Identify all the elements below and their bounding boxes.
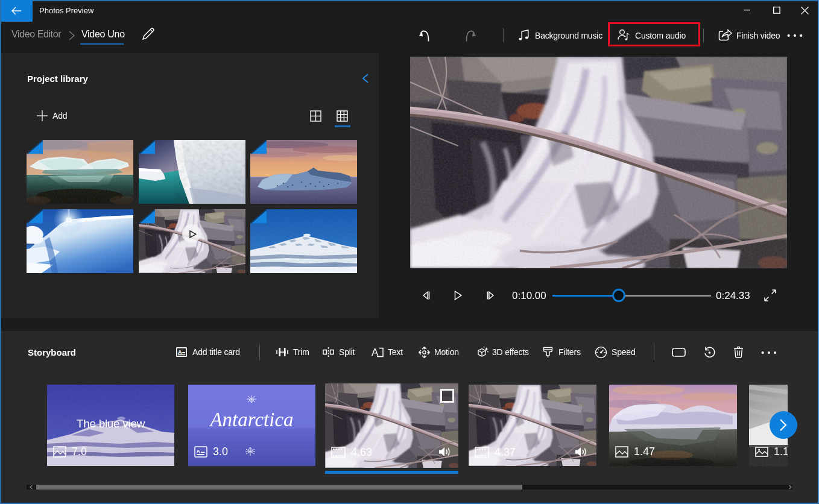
svg-text:A: A (178, 349, 182, 355)
svg-text:A: A (372, 347, 379, 358)
svg-text:A: A (197, 449, 201, 455)
